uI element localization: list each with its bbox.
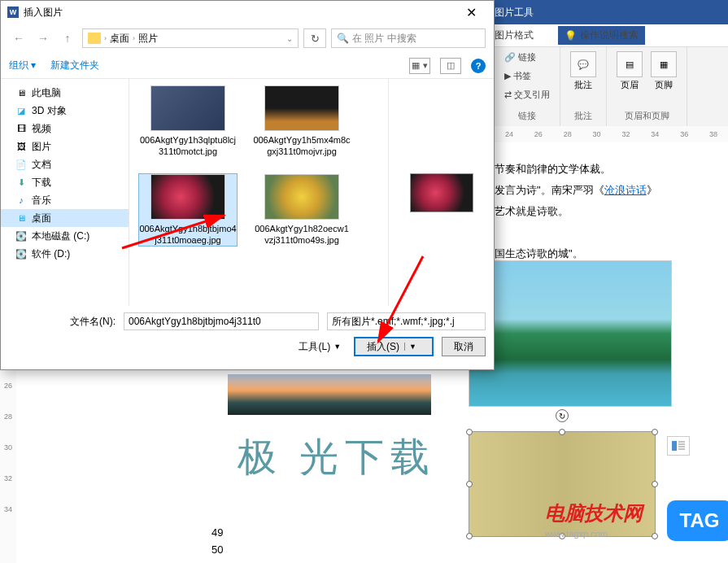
breadcrumb-item[interactable]: 桌面 — [110, 32, 129, 46]
back-button[interactable]: ← — [9, 28, 28, 48]
search-icon: 🔍 — [337, 33, 349, 44]
tree-item-drive-d[interactable]: 💽软件 (D:) — [1, 245, 129, 263]
header-icon: ▤ — [617, 51, 643, 77]
document-icon: 📄 — [15, 159, 27, 170]
resize-handle-n[interactable] — [559, 429, 565, 435]
file-thumbnail — [150, 85, 225, 131]
resize-handle-ne[interactable] — [652, 429, 658, 435]
file-name: 006AkgtYgy1h8bjtbjmo4j311t0moaeg.jpg — [139, 223, 237, 247]
breadcrumb[interactable]: › 桌面 › 照片 ⌄ — [82, 28, 299, 48]
desktop-icon: 🖥 — [15, 212, 27, 224]
resize-handle-w[interactable] — [466, 481, 473, 487]
tree-item-music[interactable]: ♪音乐 — [1, 191, 129, 209]
page-number: 49 — [211, 525, 223, 542]
preview-image — [410, 173, 473, 212]
text-line: 艺术就是诗歌。 — [495, 201, 657, 222]
header-footer-group: ▤ 页眉 ▦ 页脚 页眉和页脚 — [607, 47, 687, 126]
resize-handle-nw[interactable] — [466, 429, 473, 435]
document-image-lake[interactable] — [469, 260, 672, 407]
bookmark-button[interactable]: ▶书签 — [504, 70, 531, 82]
filename-input[interactable] — [124, 312, 319, 330]
tree-item-this-pc[interactable]: 🖥此电脑 — [1, 84, 129, 102]
dialog-body: 🖥此电脑 ◪3D 对象 🎞视频 🖼图片 📄文档 ⬇下载 ♪音乐 🖥桌面 💽本地磁… — [1, 79, 494, 306]
file-name: 006AkgtYgy1h82oecw1vzj311t0mo49s.jpg — [253, 223, 351, 247]
tree-item-desktop[interactable]: 🖥桌面 — [1, 209, 129, 227]
cancel-button[interactable]: 取消 — [442, 337, 486, 356]
word-icon: W — [7, 7, 19, 18]
preview-pane — [388, 79, 494, 306]
header-button[interactable]: ▤ 页眉 — [617, 51, 643, 91]
comment-button[interactable]: 💬 批注 — [570, 51, 596, 91]
chevron-down-icon[interactable]: ⌄ — [286, 34, 293, 43]
hyperlink[interactable]: 沧浪诗话 — [604, 184, 647, 196]
file-item[interactable]: 006AkgtYgy1h5mx4m8cgxj311t0mojvr.jpg — [253, 85, 351, 158]
file-item-selected[interactable]: 006AkgtYgy1h8bjtbjmo4j311t0moaeg.jpg — [139, 174, 237, 247]
comments-group-label: 批注 — [574, 110, 592, 122]
navigation-tree: 🖥此电脑 ◪3D 对象 🎞视频 🖼图片 📄文档 ⬇下载 ♪音乐 🖥桌面 💽本地磁… — [1, 79, 129, 306]
crossref-icon: ⇄ — [504, 89, 512, 100]
filetype-select[interactable]: 所有图片*.emf;*.wmf;*.jpg;*.j — [327, 312, 486, 330]
insert-button[interactable]: 插入(S)▼ — [354, 337, 434, 356]
organize-button[interactable]: 组织 ▾ — [9, 59, 36, 72]
drive-icon: 💽 — [15, 248, 27, 260]
layout-options-button[interactable] — [667, 436, 690, 456]
up-button[interactable]: ↑ — [58, 28, 77, 48]
drive-icon: 💽 — [15, 230, 27, 242]
lightbulb-icon: 💡 — [565, 30, 577, 41]
insert-picture-dialog: W 插入图片 ✕ ← → ↑ › 桌面 › 照片 ⌄ ↻ 🔍 在 照片 中搜索 … — [0, 0, 495, 370]
links-group: 🔗链接 ▶书签 ⇄交叉引用 链接 — [495, 47, 560, 126]
link-icon: 🔗 — [504, 52, 516, 63]
comment-icon: 💬 — [570, 51, 596, 77]
dialog-toolbar: 组织 ▾ 新建文件夹 ▦ ▾ ◫ ? — [1, 53, 494, 79]
watermark-text: 极 光下载 — [238, 431, 436, 483]
file-thumbnail — [264, 85, 339, 131]
tree-item-documents[interactable]: 📄文档 — [1, 155, 129, 173]
video-icon: 🎞 — [15, 123, 27, 134]
tree-item-3d[interactable]: ◪3D 对象 — [1, 102, 129, 120]
file-list[interactable]: 006AkgtYgy1h3qlptu8lcj311t0motct.jpg 006… — [129, 79, 388, 306]
search-placeholder: 在 照片 中搜索 — [352, 32, 416, 46]
document-image-sunset[interactable] — [228, 374, 431, 415]
resize-handle-se[interactable] — [652, 533, 658, 539]
tag-badge: TAG — [667, 500, 728, 541]
footer-button[interactable]: ▦ 页脚 — [651, 51, 677, 91]
cube-icon: ◪ — [15, 105, 27, 116]
download-icon: ⬇ — [15, 177, 27, 188]
svg-rect-0 — [672, 441, 677, 451]
file-thumbnail — [264, 174, 339, 220]
tree-item-downloads[interactable]: ⬇下载 — [1, 173, 129, 191]
view-mode-button[interactable]: ▦ ▾ — [409, 58, 430, 74]
tree-item-videos[interactable]: 🎞视频 — [1, 120, 129, 137]
tree-item-pictures[interactable]: 🖼图片 — [1, 137, 129, 155]
file-name: 006AkgtYgy1h3qlptu8lcj311t0motct.jpg — [139, 134, 237, 158]
close-button[interactable]: ✕ — [455, 5, 487, 20]
file-name: 006AkgtYgy1h5mx4m8cgxj311t0mojvr.jpg — [253, 134, 351, 158]
new-folder-button[interactable]: 新建文件夹 — [50, 59, 99, 72]
file-item[interactable]: 006AkgtYgy1h3qlptu8lcj311t0motct.jpg — [139, 85, 237, 158]
tools-button[interactable]: 工具(L) ▼ — [294, 338, 346, 356]
dialog-title: 插入图片 — [24, 6, 63, 20]
tree-item-drive-c[interactable]: 💽本地磁盘 (C:) — [1, 227, 129, 245]
preview-toggle-button[interactable]: ◫ — [440, 58, 461, 74]
dialog-nav-bar: ← → ↑ › 桌面 › 照片 ⌄ ↻ 🔍 在 照片 中搜索 — [1, 24, 494, 53]
picture-icon: 🖼 — [15, 141, 27, 152]
dialog-titlebar[interactable]: W 插入图片 ✕ — [1, 1, 494, 24]
file-item[interactable]: 006AkgtYgy1h82oecw1vzj311t0mo49s.jpg — [253, 174, 351, 247]
link-button[interactable]: 🔗链接 — [504, 51, 536, 63]
tell-me-search[interactable]: 💡 操作说明搜索 — [558, 26, 645, 45]
help-button[interactable]: ? — [471, 59, 486, 73]
page-number: 50 — [211, 542, 223, 559]
rotate-handle[interactable]: ↻ — [556, 409, 569, 422]
bookmark-icon: ▶ — [504, 71, 511, 81]
chevron-down-icon[interactable]: ▼ — [404, 343, 421, 351]
tab-picture-format[interactable]: 图片格式 — [495, 28, 534, 42]
resize-handle-e[interactable] — [652, 481, 658, 487]
resize-handle-sw[interactable] — [466, 533, 473, 539]
breadcrumb-item[interactable]: 照片 — [138, 32, 158, 46]
forward-button[interactable]: → — [33, 28, 53, 48]
refresh-button[interactable]: ↻ — [303, 28, 326, 48]
pc-icon: 🖥 — [15, 87, 27, 98]
document-numbers: 49 50 — [211, 525, 223, 559]
search-input[interactable]: 🔍 在 照片 中搜索 — [331, 28, 486, 48]
crossref-button[interactable]: ⇄交叉引用 — [504, 89, 550, 101]
